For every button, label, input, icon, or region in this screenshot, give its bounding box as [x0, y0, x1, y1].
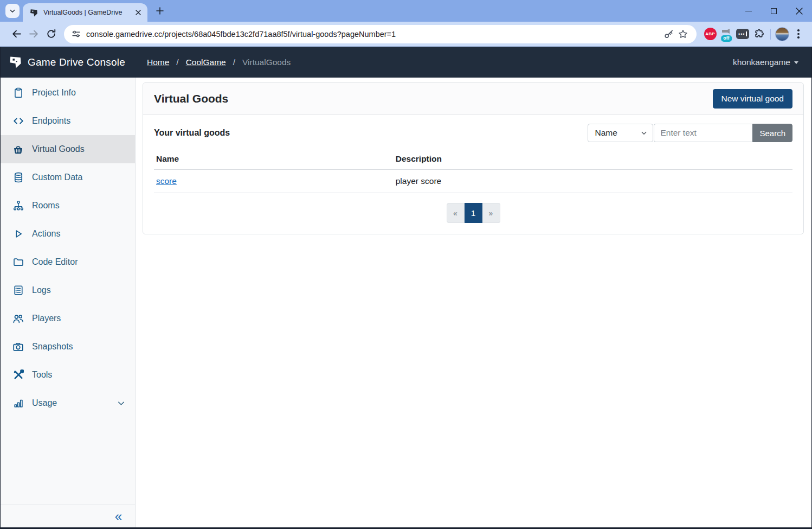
- bookmark-star-icon[interactable]: [676, 27, 690, 41]
- sidebar-item-label: Logs: [32, 285, 51, 295]
- card-body: Your virtual goods Name Search: [143, 115, 803, 234]
- tab-title: VirtualGoods | GameDrive: [43, 9, 133, 16]
- sidebar-item-rooms[interactable]: Rooms: [1, 192, 135, 220]
- play-icon: [12, 228, 24, 240]
- sidebar-item-label: Virtual Goods: [32, 144, 85, 154]
- table-header-row: Name Description: [154, 149, 792, 170]
- off-badge: off: [721, 35, 732, 42]
- sidebar-item-snapshots[interactable]: Snapshots: [1, 333, 135, 361]
- table-row: score player score: [154, 170, 792, 193]
- sidebar-item-label: Actions: [32, 229, 60, 239]
- sidebar-item-virtual-goods[interactable]: Virtual Goods: [1, 135, 135, 163]
- breadcrumb-current: VirtualGoods: [242, 58, 291, 67]
- minimize-icon: [745, 11, 752, 11]
- virtual-goods-table: Name Description score player score: [154, 149, 792, 193]
- tab-close-icon[interactable]: [133, 8, 143, 17]
- address-bar[interactable]: console.gamedrive.cc/projects/68a045fbde…: [64, 25, 697, 43]
- dots-card-icon: •••: [736, 29, 749, 39]
- gamedrive-logo-icon: [8, 55, 23, 69]
- pagination-page-1-button[interactable]: 1: [465, 203, 482, 223]
- sitemap-icon: [12, 200, 24, 212]
- pagination: « 1 »: [154, 203, 792, 223]
- sidebar-item-label: Tools: [32, 370, 52, 380]
- url-text[interactable]: console.gamedrive.cc/projects/68a045fbde…: [86, 30, 662, 39]
- password-manager-extension-icon[interactable]: •••: [734, 26, 751, 43]
- caret-down-icon: [794, 61, 798, 64]
- list-heading: Your virtual goods: [154, 128, 230, 138]
- column-header-description: Description: [394, 149, 792, 170]
- chevron-down-icon: [117, 399, 125, 407]
- gamedrive-favicon: [29, 8, 38, 17]
- reload-button[interactable]: [42, 26, 60, 43]
- sidebar-item-label: Project Info: [32, 88, 76, 98]
- breadcrumb-separator: /: [176, 58, 178, 67]
- toolbar-divider: [770, 29, 771, 40]
- browser-titlebar: VirtualGoods | GameDrive: [0, 0, 812, 22]
- kebab-menu-icon: [797, 29, 800, 39]
- pagination-prev-button[interactable]: «: [447, 203, 465, 223]
- window-close-button[interactable]: [787, 0, 812, 22]
- breadcrumb: Home / CoolGame / VirtualGoods: [147, 58, 291, 67]
- search-field-value: Name: [595, 128, 641, 138]
- password-key-icon[interactable]: [662, 27, 676, 41]
- brand[interactable]: Game Drive Console: [8, 55, 125, 69]
- search-controls: Name Search: [588, 124, 792, 142]
- search-field-select[interactable]: Name: [588, 124, 653, 142]
- forward-button[interactable]: [25, 26, 42, 43]
- sidebar-item-label: Rooms: [32, 201, 60, 211]
- browser-tab[interactable]: VirtualGoods | GameDrive: [23, 3, 147, 22]
- search-input[interactable]: [654, 124, 752, 142]
- sidebar-item-custom-data[interactable]: Custom Data: [1, 163, 135, 192]
- extensions-puzzle-icon[interactable]: [751, 26, 767, 43]
- app-navbar: Game Drive Console Home / CoolGame / Vir…: [0, 47, 812, 78]
- sidebar-item-tools[interactable]: Tools: [1, 361, 135, 389]
- sidebar-item-players[interactable]: Players: [1, 304, 135, 333]
- main-content: Virtual Goods New virtual good Your virt…: [136, 78, 811, 527]
- back-button[interactable]: [8, 26, 25, 43]
- camera-blocker-extension-icon[interactable]: off: [718, 26, 734, 43]
- column-header-name: Name: [154, 149, 394, 170]
- sidebar-item-project-info[interactable]: Project Info: [1, 79, 135, 107]
- avatar: [775, 27, 789, 41]
- profile-avatar[interactable]: [774, 26, 790, 43]
- sidebar-item-logs[interactable]: Logs: [1, 276, 135, 304]
- clipboard-icon: [12, 87, 24, 99]
- breadcrumb-project[interactable]: CoolGame: [186, 58, 226, 67]
- browser-menu-button[interactable]: [790, 26, 807, 43]
- close-icon: [796, 8, 803, 15]
- new-virtual-good-button[interactable]: New virtual good: [713, 89, 792, 109]
- window-minimize-button[interactable]: [736, 0, 761, 22]
- sidebar-item-actions[interactable]: Actions: [1, 220, 135, 248]
- virtual-good-description: player score: [394, 170, 792, 193]
- breadcrumb-home[interactable]: Home: [147, 58, 169, 67]
- sidebar-item-label: Snapshots: [32, 342, 73, 352]
- virtual-goods-card: Virtual Goods New virtual good Your virt…: [143, 82, 804, 234]
- adblock-extension-icon[interactable]: ABP: [702, 26, 718, 43]
- site-info-icon[interactable]: [72, 29, 81, 39]
- brand-title: Game Drive Console: [28, 56, 125, 68]
- new-tab-button[interactable]: [153, 4, 167, 18]
- basket-icon: [12, 144, 24, 155]
- sidebar-item-label: Players: [32, 314, 61, 323]
- sidebar-footer: «: [1, 505, 135, 527]
- user-menu[interactable]: khonkaengame: [733, 58, 798, 67]
- pagination-next-button[interactable]: »: [482, 203, 500, 223]
- people-icon: [12, 313, 24, 324]
- sidebar-item-label: Usage: [32, 398, 109, 408]
- chevron-down-icon: [9, 8, 16, 14]
- sidebar-item-code-editor[interactable]: Code Editor: [1, 248, 135, 276]
- window-maximize-button[interactable]: [761, 0, 787, 22]
- card-header: Virtual Goods New virtual good: [143, 83, 803, 115]
- virtual-good-name-link[interactable]: score: [156, 176, 177, 186]
- browser-toolbar: console.gamedrive.cc/projects/68a045fbde…: [0, 22, 812, 47]
- sidebar-item-label: Code Editor: [32, 257, 78, 267]
- tools-icon: [12, 369, 24, 381]
- folder-icon: [12, 257, 24, 268]
- sidebar-item-usage[interactable]: Usage: [1, 389, 135, 417]
- search-button[interactable]: Search: [752, 124, 792, 142]
- tab-search-button[interactable]: [5, 4, 20, 18]
- reload-icon: [46, 29, 56, 39]
- maximize-icon: [771, 8, 777, 14]
- collapse-sidebar-button[interactable]: «: [115, 510, 122, 523]
- sidebar-item-endpoints[interactable]: Endpoints: [1, 107, 135, 135]
